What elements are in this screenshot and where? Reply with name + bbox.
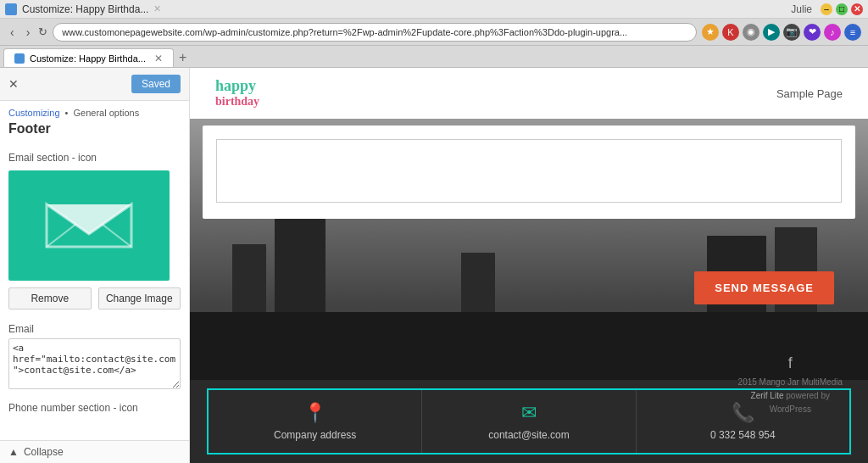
copy-line3: powered by	[786, 391, 830, 400]
copy-line1: 2015 Mango Jar MultiMedia	[738, 377, 843, 387]
send-message-button[interactable]: SEND MESSAGE	[694, 271, 834, 304]
email-icon: ✉	[521, 402, 537, 424]
tab-label: Customize: Happy Birthda...	[30, 53, 146, 64]
titlebar-tab-close[interactable]: ✕	[153, 3, 161, 14]
building-5	[461, 253, 495, 312]
titlebar-title: Customize: Happy Birthda...	[22, 3, 148, 15]
close-button[interactable]: ✕	[851, 3, 863, 15]
tab-bar: Customize: Happy Birthda... ✕ +	[0, 46, 868, 68]
panel-title: Footer	[0, 120, 189, 143]
image-buttons: Remove Change Image	[8, 287, 181, 310]
browser-icon-7[interactable]: ♪	[824, 24, 841, 41]
collapse-bar[interactable]: ▲ Collapse	[0, 440, 189, 463]
refresh-button[interactable]: ↻	[38, 25, 47, 38]
breadcrumb-separator: •	[65, 108, 69, 118]
footer-email-label: contact@site.com	[488, 429, 570, 441]
site-nav: Sample Page	[776, 87, 843, 100]
footer-copyright: 2015 Mango Jar MultiMedia Zerif Lite pow…	[738, 376, 843, 416]
footer-address-label: Company address	[274, 429, 356, 441]
panel-content: Email section - icon Remove Change Image…	[0, 143, 189, 440]
copy-line2: Zerif Lite	[751, 391, 784, 400]
email-field-label: Email	[8, 323, 181, 335]
building-2	[275, 210, 326, 312]
new-tab-button[interactable]: +	[174, 50, 192, 65]
tab-close-icon[interactable]: ✕	[154, 53, 163, 64]
breadcrumb-current: General options	[74, 108, 140, 118]
main-area: ✕ Saved Customizing • General options Fo…	[0, 68, 868, 463]
saved-button[interactable]: Saved	[131, 75, 181, 93]
customizer-panel: ✕ Saved Customizing • General options Fo…	[0, 68, 190, 463]
logo-line2: birthday	[215, 95, 259, 108]
browser-icons: ★ K ◉ ▶ 📷 ❤ ♪ ≡	[702, 24, 861, 41]
footer-inner: 📍 Company address ✉ contact@site.com 📞 0…	[190, 388, 868, 455]
panel-header: ✕ Saved	[0, 68, 189, 101]
preview-wrapper: happy birthday Sample Page	[190, 68, 868, 463]
email-icon-preview	[8, 170, 170, 281]
footer-email: ✉ contact@site.com	[422, 390, 636, 453]
tab-customize[interactable]: Customize: Happy Birthda... ✕	[3, 48, 174, 67]
phone-section-label: Phone number section - icon	[8, 402, 181, 414]
footer-phone-label: 0 332 548 954	[710, 429, 776, 441]
titlebar-user: Julie	[791, 3, 812, 15]
titlebar: Customize: Happy Birthda... ✕ Julie – □ …	[0, 0, 868, 19]
browser-icon-5[interactable]: 📷	[783, 24, 800, 41]
middle-section: SEND MESSAGE	[190, 119, 868, 380]
browser-icon-4[interactable]: ▶	[763, 24, 780, 41]
browser-icon-8[interactable]: ≡	[844, 24, 861, 41]
building-1	[232, 244, 266, 312]
forward-button[interactable]: ›	[23, 24, 34, 41]
collapse-label: Collapse	[24, 446, 64, 458]
preview-area: happy birthday Sample Page	[190, 68, 868, 463]
pin-icon: 📍	[303, 402, 326, 424]
contact-textarea[interactable]	[216, 139, 842, 203]
logo-line1: happy	[215, 78, 259, 95]
nav-sample-page[interactable]: Sample Page	[776, 87, 843, 100]
remove-image-button[interactable]: Remove	[8, 287, 92, 310]
email-section-label: Email section - icon	[8, 152, 181, 164]
browser-icon-6[interactable]: ❤	[804, 24, 821, 41]
tab-favicon-icon	[14, 53, 25, 64]
breadcrumb: Customizing • General options	[0, 101, 189, 120]
browser-icon-3[interactable]: ◉	[743, 24, 760, 41]
panel-close-button[interactable]: ✕	[8, 77, 19, 91]
email-envelope-icon	[38, 192, 140, 259]
footer-address: 📍 Company address	[209, 390, 422, 453]
titlebar-left: Customize: Happy Birthda... ✕	[5, 3, 161, 15]
browser-bar: ‹ › ↻ ★ K ◉ ▶ 📷 ❤ ♪ ≡	[0, 19, 868, 46]
titlebar-controls: Julie – □ ✕	[791, 3, 863, 15]
browser-icon-2[interactable]: K	[722, 24, 739, 41]
maximize-button[interactable]: □	[836, 3, 848, 15]
copy-line4: WordPress	[770, 404, 811, 414]
email-textarea[interactable]: <a href="mailto:contact@site.com">contac…	[8, 338, 181, 389]
facebook-icon: f	[738, 354, 843, 372]
back-button[interactable]: ‹	[7, 24, 18, 41]
change-image-button[interactable]: Change Image	[98, 287, 181, 310]
contact-form-area	[203, 126, 855, 219]
titlebar-favicon-icon	[5, 3, 17, 15]
minimize-button[interactable]: –	[821, 3, 832, 15]
send-btn-area: SEND MESSAGE	[694, 271, 834, 304]
browser-icon-1[interactable]: ★	[702, 24, 719, 41]
breadcrumb-parent[interactable]: Customizing	[8, 108, 60, 118]
footer-copyright-area: f 2015 Mango Jar MultiMedia Zerif Lite p…	[738, 354, 843, 416]
site-header: happy birthday Sample Page	[190, 68, 868, 119]
url-input[interactable]	[53, 23, 697, 42]
site-logo: happy birthday	[215, 78, 259, 108]
collapse-arrow-icon: ▲	[8, 446, 19, 458]
site-footer: 📍 Company address ✉ contact@site.com 📞 0…	[190, 380, 868, 463]
